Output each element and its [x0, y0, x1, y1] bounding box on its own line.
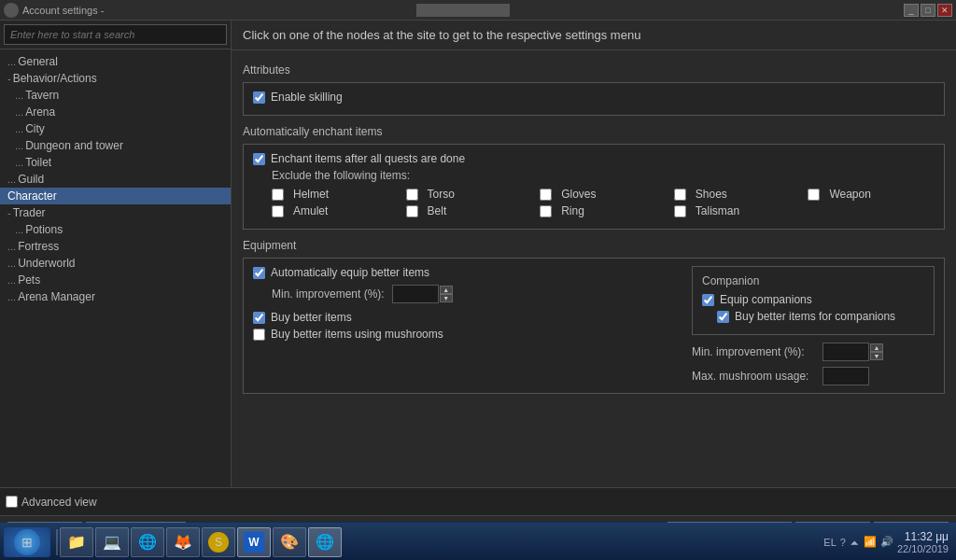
- exclude-torso-checkbox[interactable]: [406, 189, 418, 201]
- sidebar-item-city[interactable]: ... City: [0, 120, 231, 137]
- tree-prefix: ...: [7, 56, 16, 67]
- maximize-button[interactable]: □: [921, 4, 935, 17]
- buy-min-improvement-input[interactable]: 5.0: [822, 343, 869, 361]
- exclude-item-row-gloves: Gloves: [540, 188, 667, 201]
- attributes-section: Enable skilling: [243, 82, 945, 116]
- min-improvement-input[interactable]: 5.0: [392, 285, 439, 303]
- sidebar-item-label: Arena: [25, 105, 55, 119]
- sidebar-item-label: Guild: [18, 173, 44, 186]
- exclude-gloves-checkbox[interactable]: [540, 189, 552, 201]
- exclude-ring-checkbox[interactable]: [540, 205, 552, 217]
- sidebar-item-label: Potions: [25, 223, 63, 236]
- exclude-talisman-checkbox[interactable]: [674, 205, 686, 217]
- companion-box: Companion Equip companions Buy better it…: [692, 266, 935, 335]
- sidebar-item-label: Trader: [13, 206, 46, 219]
- buy-better-checkbox[interactable]: [253, 312, 265, 324]
- max-mushroom-row: Max. mushroom usage: 1: [692, 367, 935, 385]
- enable-skilling-label: Enable skilling: [271, 91, 343, 104]
- sidebar-item-general[interactable]: ... General: [0, 53, 231, 70]
- minimize-button[interactable]: _: [904, 4, 919, 17]
- sidebar-item-arena-manager[interactable]: ... Arena Manager: [0, 288, 231, 305]
- min-improvement-spinbox: 5.0 ▲ ▼: [392, 285, 453, 303]
- enchant-after-quests-label: Enchant items after all quests are done: [271, 152, 465, 165]
- min-improvement-label: Min. improvement (%):: [272, 287, 385, 301]
- enchant-after-quests-checkbox[interactable]: [253, 153, 265, 165]
- equip-companions-row: Equip companions: [702, 293, 924, 306]
- search-input[interactable]: [4, 24, 227, 45]
- exclude-ring-label: Ring: [561, 204, 584, 217]
- buy-min-spin-up[interactable]: ▲: [870, 343, 883, 352]
- exclude-items-grid: HelmetTorsoGlovesShoesWeaponAmuletBeltRi…: [272, 188, 935, 217]
- sidebar-item-label: Behavior/Actions: [13, 72, 97, 85]
- companion-title: Companion: [702, 274, 924, 287]
- exclude-shoes-label: Shoes: [696, 188, 727, 201]
- advanced-view-checkbox[interactable]: [6, 496, 18, 508]
- volume-icon: 🔊: [880, 536, 893, 548]
- search-box: [0, 21, 231, 49]
- taskbar-app-icon[interactable]: 🌐: [308, 527, 342, 557]
- spin-down[interactable]: ▼: [440, 294, 453, 302]
- sidebar-item-behavior[interactable]: - Behavior/Actions: [0, 70, 231, 87]
- min-improvement-row: Min. improvement (%): 5.0 ▲ ▼: [272, 285, 673, 303]
- auto-equip-row: Automatically equip better items: [253, 266, 673, 279]
- content-body: Attributes Enable skilling Automatically…: [232, 50, 956, 487]
- content-area: Click on one of the nodes at the site to…: [232, 21, 956, 487]
- close-button[interactable]: ✕: [937, 4, 952, 17]
- sidebar-item-potions[interactable]: ... Potions: [0, 221, 231, 238]
- buy-better-companion-checkbox[interactable]: [717, 311, 729, 323]
- titlebar-input[interactable]: [416, 4, 510, 17]
- exclude-belt-checkbox[interactable]: [406, 205, 418, 217]
- equip-companions-checkbox[interactable]: [702, 294, 714, 306]
- taskbar-moon-icon[interactable]: S: [202, 527, 235, 557]
- tree-prefix: ...: [15, 140, 23, 151]
- exclude-helmet-checkbox[interactable]: [272, 189, 284, 201]
- sidebar-item-tavern[interactable]: ... Tavern: [0, 87, 231, 104]
- buy-min-spin-down[interactable]: ▼: [870, 352, 883, 360]
- tree-prefix: ...: [15, 90, 23, 101]
- sidebar-item-toilet[interactable]: ... Toilet: [0, 154, 231, 171]
- sidebar-item-label: Pets: [18, 273, 40, 287]
- equip-companions-label: Equip companions: [720, 293, 812, 306]
- sidebar-item-label: Underworld: [18, 257, 75, 270]
- start-button[interactable]: ⊞: [4, 527, 50, 557]
- spin-up[interactable]: ▲: [440, 286, 453, 294]
- exclude-helmet-label: Helmet: [293, 188, 329, 201]
- equipment-title: Equipment: [243, 239, 945, 252]
- titlebar-controls: _ □ ✕: [904, 4, 952, 17]
- auto-equip-checkbox[interactable]: [253, 267, 265, 279]
- equipment-section: Automatically equip better items Min. im…: [243, 258, 945, 394]
- sidebar-item-dungeon[interactable]: ... Dungeon and tower: [0, 137, 231, 154]
- max-mushroom-input[interactable]: 1: [822, 367, 869, 385]
- sidebar-item-label: General: [18, 55, 58, 68]
- exclude-shoes-checkbox[interactable]: [674, 189, 686, 201]
- tree-prefix: ...: [7, 291, 16, 302]
- sidebar-item-label: Dungeon and tower: [25, 139, 123, 152]
- exclude-gloves-label: Gloves: [561, 188, 596, 201]
- buy-mushrooms-checkbox[interactable]: [253, 329, 265, 341]
- exclude-item-row-amulet: Amulet: [272, 204, 399, 217]
- network-icon: 📶: [864, 536, 877, 548]
- sidebar-item-underworld[interactable]: ... Underworld: [0, 255, 231, 272]
- taskbar-folder-icon[interactable]: 📁: [60, 527, 93, 557]
- taskbar-computer-icon[interactable]: 💻: [95, 527, 129, 557]
- sidebar-item-fortress[interactable]: ... Fortress: [0, 238, 231, 255]
- sidebar-item-pets[interactable]: ... Pets: [0, 272, 231, 288]
- taskbar-firefox-icon[interactable]: 🦊: [166, 527, 200, 557]
- taskbar-paint-icon[interactable]: 🎨: [273, 527, 306, 557]
- exclude-item-row-weapon: Weapon: [808, 188, 935, 201]
- tree-prefix: ...: [15, 224, 23, 235]
- exclude-weapon-checkbox[interactable]: [808, 189, 820, 201]
- taskbar-chrome-icon[interactable]: 🌐: [131, 527, 164, 557]
- tree-prefix: ...: [15, 157, 23, 168]
- enable-skilling-checkbox[interactable]: [253, 91, 265, 104]
- sys-tray: EL ? ⏶ 📶 🔊 11:32 μμ 22/10/2019: [820, 530, 952, 554]
- sidebar-item-arena[interactable]: ... Arena: [0, 104, 231, 120]
- sidebar-item-guild[interactable]: ... Guild: [0, 171, 231, 188]
- equipment-left: Automatically equip better items Min. im…: [253, 266, 673, 344]
- sidebar-item-trader[interactable]: - Trader: [0, 204, 231, 221]
- enchant-after-quests-row: Enchant items after all quests are done: [253, 152, 935, 165]
- advanced-view-label: Advanced view: [21, 496, 97, 509]
- sidebar-item-character[interactable]: Character: [0, 188, 231, 204]
- exclude-amulet-checkbox[interactable]: [272, 205, 284, 217]
- taskbar-word-icon[interactable]: W: [237, 527, 271, 557]
